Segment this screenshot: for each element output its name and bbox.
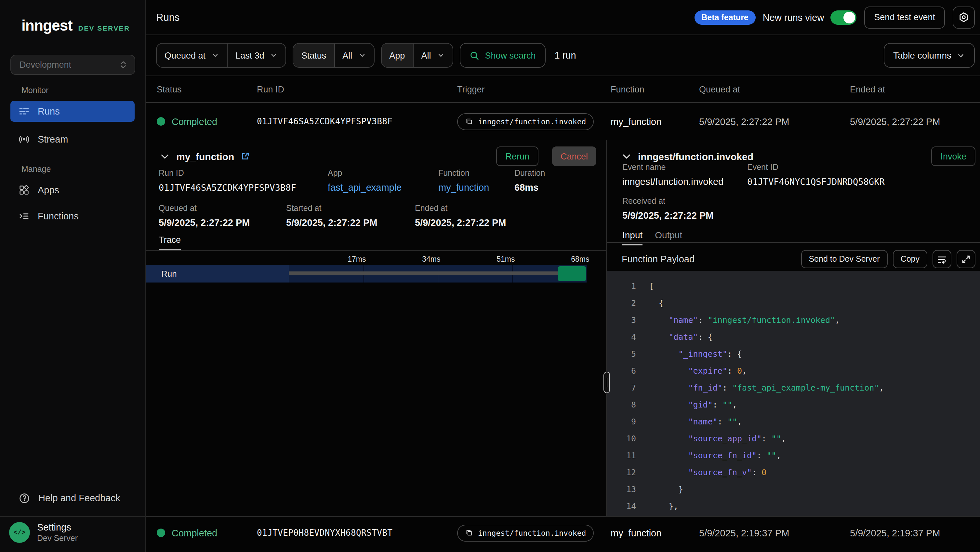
sidebar-item-help[interactable]: Help and Feedback xyxy=(10,488,135,508)
app-filter-value[interactable]: All xyxy=(413,44,452,67)
field-function: Function my_function xyxy=(438,169,489,193)
table-columns-button[interactable]: Table columns xyxy=(883,43,975,68)
ended-at-cell: 5/9/2025, 2:19:37 PM xyxy=(850,528,980,538)
queued-at-cell: 5/9/2025, 2:27:22 PM xyxy=(699,116,850,127)
app-window: inngest DEV SERVER Development Monitor R xyxy=(0,0,980,552)
sidebar-item-runs[interactable]: Runs xyxy=(10,101,135,122)
tick-label: 51ms xyxy=(496,255,515,263)
functions-icon xyxy=(19,211,29,221)
code-line-13: 13 } xyxy=(607,481,980,498)
copy-button[interactable]: Copy xyxy=(893,250,928,268)
event-title: inngest/function.invoked xyxy=(638,151,753,162)
trigger-event-pill[interactable]: inngest/function.invoked xyxy=(457,113,594,130)
trigger-cell: inngest/function.invoked xyxy=(457,113,611,130)
sidebar-item-label: Functions xyxy=(38,211,79,221)
trigger-cell: inngest/function.invoked xyxy=(457,524,611,541)
tab-trace[interactable]: Trace xyxy=(159,235,181,250)
tab-output[interactable]: Output xyxy=(655,230,682,246)
top-bar: Runs Beta feature New runs view Send tes… xyxy=(146,0,980,35)
cancel-button[interactable]: Cancel xyxy=(552,147,596,166)
dev-server-settings-button[interactable] xyxy=(953,6,975,28)
logo-wordmark: inngest xyxy=(21,17,73,35)
function-link[interactable]: my_function xyxy=(438,182,489,193)
code-text: { xyxy=(649,295,663,312)
chevron-down-icon xyxy=(212,51,219,59)
code-line-14: 14 }, xyxy=(607,498,980,515)
trigger-event-pill[interactable]: inngest/function.invoked xyxy=(457,524,594,541)
sidebar-item-stream[interactable]: Stream xyxy=(10,129,135,150)
run-detail-title: my_function xyxy=(176,151,234,162)
run-detail-split: my_function Rerun Cancel Run ID 01JTVF46… xyxy=(146,140,980,516)
code-line-8: 8 "gid": "", xyxy=(607,396,980,413)
panel-resize-handle[interactable] xyxy=(603,372,610,393)
sidebar-item-apps[interactable]: Apps xyxy=(10,180,135,201)
settings-subtitle: Dev Server xyxy=(37,534,78,543)
line-number: 6 xyxy=(607,362,636,380)
tab-input[interactable]: Input xyxy=(622,230,643,246)
sidebar-item-settings[interactable]: </> Settings Dev Server xyxy=(9,522,78,543)
code-text: "_inngest": { xyxy=(649,346,742,362)
stream-icon xyxy=(19,134,29,145)
time-range-select[interactable]: Last 3d xyxy=(227,44,286,67)
runs-icon xyxy=(19,106,29,116)
tick-label: 17ms xyxy=(348,255,366,263)
collapse-chevron-icon[interactable] xyxy=(160,152,170,161)
collapse-chevron-icon[interactable] xyxy=(622,152,632,161)
time-filter[interactable]: Queued at Last 3d xyxy=(156,43,286,68)
code-text: } xyxy=(649,481,683,498)
column-header-status[interactable]: Status xyxy=(157,84,257,94)
field-duration: Duration 68ms xyxy=(514,169,545,193)
sidebar-item-functions[interactable]: Functions xyxy=(10,206,135,227)
column-header-run-id[interactable]: Run ID xyxy=(257,84,457,94)
field-event-name: Event name inngest/function.invoked xyxy=(622,163,724,187)
line-number: 14 xyxy=(607,498,636,515)
filter-bar: Queued at Last 3d Status All xyxy=(146,35,980,76)
environment-select[interactable]: Development xyxy=(10,55,135,75)
table-row[interactable]: Completed 01JTVF46SA5ZCDK4YPFSPV3B8F inn… xyxy=(146,103,980,140)
code-text: "fn_id": "fast_api_example-my_function", xyxy=(649,380,884,396)
code-text: "expire": 0, xyxy=(649,362,747,380)
expand-button[interactable] xyxy=(956,250,975,268)
send-to-dev-server-button[interactable]: Send to Dev Server xyxy=(801,250,887,268)
rerun-button[interactable]: Rerun xyxy=(496,147,538,166)
code-text: "data": { xyxy=(649,329,713,346)
table-columns-label: Table columns xyxy=(893,50,951,61)
trace-run-row[interactable]: Run xyxy=(146,265,587,282)
time-field-select[interactable]: Queued at xyxy=(157,44,227,67)
environment-select-value: Development xyxy=(19,60,71,70)
send-test-event-button[interactable]: Send test event xyxy=(864,6,945,28)
app-link[interactable]: fast_api_example xyxy=(328,182,402,193)
event-tabs: Input Output xyxy=(622,230,682,246)
payload-code-viewer: 1[2 {3 "name": "inngest/function.invoked… xyxy=(607,271,980,516)
table-row[interactable]: Completed 01JTVEP0H8EVDNYXH68QRSTVBT inn… xyxy=(146,516,980,549)
word-wrap-button[interactable] xyxy=(932,250,951,268)
line-number: 3 xyxy=(607,312,636,329)
column-header-queued-at[interactable]: Queued at xyxy=(699,84,850,94)
line-number: 4 xyxy=(607,329,636,346)
tick-label: 34ms xyxy=(422,255,440,263)
code-line-10: 10 "source_app_id": "", xyxy=(607,430,980,447)
search-icon xyxy=(469,51,479,60)
app-filter-label: App xyxy=(382,44,413,67)
help-icon xyxy=(19,493,30,504)
new-runs-view-toggle[interactable] xyxy=(830,10,856,24)
run-id-cell: 01JTVEP0H8EVDNYXH68QRSTVBT xyxy=(257,528,457,538)
code-line-7: 7 "fn_id": "fast_api_example-my_function… xyxy=(607,380,980,396)
external-link-icon[interactable] xyxy=(240,152,250,161)
queued-at-cell: 5/9/2025, 2:19:37 PM xyxy=(699,528,850,538)
sidebar-item-label: Apps xyxy=(38,185,59,195)
invoke-button[interactable]: Invoke xyxy=(931,147,975,166)
sidebar-item-label: Help and Feedback xyxy=(38,493,120,503)
column-header-trigger[interactable]: Trigger xyxy=(457,84,611,94)
column-header-function[interactable]: Function xyxy=(611,84,699,94)
status-filter[interactable]: Status All xyxy=(293,43,375,68)
sidebar-item-label: Stream xyxy=(38,134,68,145)
hex-nut-icon xyxy=(958,11,970,23)
status-label: Completed xyxy=(172,528,217,538)
status-filter-value[interactable]: All xyxy=(334,44,374,67)
column-header-ended-at[interactable]: Ended at xyxy=(850,84,980,94)
app-filter[interactable]: App All xyxy=(381,43,453,68)
code-text: "source_app_id": "", xyxy=(649,430,786,447)
line-number: 11 xyxy=(607,447,636,464)
show-search-button[interactable]: Show search xyxy=(460,43,545,68)
